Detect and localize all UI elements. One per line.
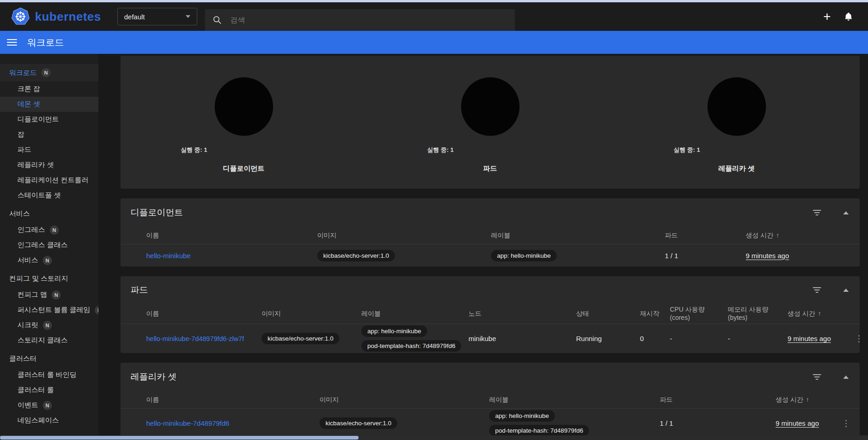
deployment-name-link[interactable]: hello-minikube (146, 252, 191, 260)
label-chip: pod-template-hash: 7d48979fd6 (489, 425, 589, 435)
pods-table-card: 파드 이름 이미지 레이블 노드 상태 재시작 CPU 사용량 (cores) … (120, 276, 860, 353)
row-actions-kebab-icon[interactable]: ⋮ (852, 333, 860, 344)
col-images[interactable]: 이미지 (317, 232, 491, 240)
notifications-bell-icon[interactable] (844, 12, 853, 22)
pod-restarts: 0 (640, 335, 670, 342)
sidebar-item-configmaps[interactable]: 컨피그 맵 N (0, 287, 98, 302)
namespace-selector[interactable]: default (117, 8, 197, 25)
col-name[interactable]: 이름 (146, 310, 262, 318)
pod-cpu: - (670, 335, 728, 342)
sidebar-item-deployments[interactable]: 디플로이먼트 (0, 112, 98, 127)
sidebar-item-events[interactable]: 이벤트 N (0, 398, 98, 413)
col-images[interactable]: 이미지 (320, 396, 489, 404)
sidebar-item-namespaces[interactable]: 네임스페이스 (0, 413, 98, 428)
deployments-chart-title: 디플로이먼트 (223, 164, 264, 173)
sidebar-section-workloads[interactable]: 워크로드 N (0, 64, 98, 81)
create-resource-button[interactable]: + (823, 10, 831, 23)
deployment-row: hello-minikube kicbase/echo-server:1.0 a… (120, 244, 860, 266)
deployments-table-card: 디플로이먼트 이름 이미지 레이블 파드 생성 시간 ↑ hello-minik… (120, 198, 860, 266)
collapse-card-icon[interactable] (843, 289, 849, 292)
pods-table-title: 파드 (131, 284, 812, 296)
col-created[interactable]: 생성 시간 ↑ (776, 396, 853, 404)
label-chip: app: hello-minikube (491, 250, 557, 261)
sidebar-item-ingressclasses[interactable]: 인그레스 클래스 (0, 237, 98, 253)
kubernetes-logo-icon (11, 7, 30, 26)
col-restarts[interactable]: 재시작 (640, 310, 670, 318)
sidebar-item-pods[interactable]: 파드 (0, 142, 98, 157)
collapse-card-icon[interactable] (843, 211, 849, 214)
sidebar-item-daemonsets[interactable]: 데몬 셋 (0, 97, 98, 112)
col-created[interactable]: 생성 시간 ↑ (746, 232, 860, 240)
sidebar-item-storageclasses[interactable]: 스토리지 클래스 (0, 333, 98, 348)
top-header: kubernetes default + (0, 2, 868, 31)
sidebar-item-clusterrolebindings[interactable]: 클러스터 롤 바인딩 (0, 367, 98, 382)
sidebar-section-service[interactable]: 서비스 (0, 205, 98, 222)
deployments-table-title: 디플로이먼트 (131, 207, 812, 219)
search-icon (212, 15, 222, 25)
pods-count: 1 / 1 (660, 419, 776, 427)
sidebar-item-clusterroles[interactable]: 클러스터 롤 (0, 382, 98, 398)
sidebar-section-cluster[interactable]: 클러스터 (0, 350, 98, 367)
sidebar-item-replicationcontrollers[interactable]: 레플리케이션 컨트롤러 (0, 173, 98, 188)
sidebar-item-replicasets[interactable]: 레플리카 셋 (0, 157, 98, 173)
col-cpu[interactable]: CPU 사용량 (cores) (670, 306, 728, 322)
pods-chart-legend: 실행 중: 1 (427, 146, 553, 154)
image-chip: kicbase/echo-server:1.0 (262, 333, 339, 344)
collapse-card-icon[interactable] (843, 376, 849, 379)
sidebar-item-statefulsets[interactable]: 스테이트풀 셋 (0, 188, 98, 203)
col-labels[interactable]: 레이블 (361, 310, 468, 318)
sidebar-item-secrets[interactable]: 시크릿 N (0, 318, 98, 333)
col-pods[interactable]: 파드 (660, 396, 776, 404)
pod-name-link[interactable]: hello-minikube-7d48979fd6-zlw7f (146, 335, 244, 342)
sidebar-item-persistentvolumeclaims[interactable]: 퍼시스턴트 볼륨 클레임 N (0, 302, 98, 318)
deployments-table-header: 이름 이미지 레이블 파드 생성 시간 ↑ (120, 227, 860, 244)
sidebar-section-config-storage[interactable]: 컨피그 및 스토리지 (0, 270, 98, 287)
pods-donut-chart (461, 77, 520, 136)
namespaced-badge: N (43, 401, 52, 410)
horizontal-scrollbar-thumb[interactable] (0, 436, 359, 440)
col-name[interactable]: 이름 (146, 396, 320, 404)
col-status[interactable]: 상태 (576, 310, 640, 318)
col-labels[interactable]: 레이블 (491, 232, 665, 240)
pod-node: minikube (468, 335, 576, 342)
col-images[interactable]: 이미지 (262, 310, 361, 318)
sidebar-nav: 워크로드 N 크론 잡 데몬 셋 디플로이먼트 잡 파드 레플리카 셋 레플리케… (0, 54, 98, 435)
col-created[interactable]: 생성 시간 ↑ (788, 310, 852, 318)
filter-icon[interactable] (812, 374, 822, 380)
created-time: 9 minutes ago (788, 335, 831, 342)
replicaset-row: hello-minikube-7d48979fd6 kicbase/echo-s… (120, 409, 860, 435)
col-pods[interactable]: 파드 (665, 232, 746, 240)
col-labels[interactable]: 레이블 (489, 396, 660, 404)
col-memory[interactable]: 메모리 사용량 (bytes) (728, 306, 788, 322)
sort-asc-icon: ↑ (806, 396, 809, 404)
replicasets-chart-legend: 실행 중: 1 (674, 146, 799, 154)
row-actions-kebab-icon[interactable]: ⋮ (839, 418, 853, 428)
sidebar-item-ingresses[interactable]: 인그레스 N (0, 222, 98, 237)
pods-count: 1 / 1 (665, 252, 746, 260)
kubernetes-dashboard: kubernetes default + 워크로드 (0, 0, 868, 440)
search-bar[interactable] (205, 9, 515, 31)
horizontal-scrollbar (0, 435, 868, 440)
label-chip: app: hello-minikube (361, 325, 427, 337)
col-name[interactable]: 이름 (146, 232, 317, 240)
menu-hamburger-icon[interactable] (7, 39, 17, 46)
col-node[interactable]: 노드 (468, 310, 576, 318)
kubernetes-logo-link[interactable]: kubernetes (0, 7, 117, 26)
sidebar-item-services[interactable]: 서비스 N (0, 253, 98, 268)
filter-icon[interactable] (812, 210, 822, 215)
pod-status: Running (576, 335, 640, 342)
replicasets-chart: 실행 중: 1 레플리카 셋 (613, 56, 860, 189)
filter-icon[interactable] (812, 287, 822, 293)
replicaset-name-link[interactable]: hello-minikube-7d48979fd6 (146, 419, 229, 427)
created-time: 9 minutes ago (746, 252, 789, 260)
deployments-chart: 실행 중: 1 디플로이먼트 (120, 56, 367, 189)
label-chip: app: hello-minikube (489, 410, 555, 422)
sidebar-item-jobs[interactable]: 잡 (0, 127, 98, 142)
sidebar-item-cronjobs[interactable]: 크론 잡 (0, 81, 98, 97)
replicasets-donut-chart (708, 77, 766, 136)
search-input[interactable] (230, 16, 508, 24)
namespaced-badge: N (50, 226, 59, 235)
namespaced-badge: N (43, 321, 52, 330)
chevron-down-icon (186, 15, 190, 18)
label-chip: pod-template-hash: 7d48979fd6 (361, 340, 461, 352)
